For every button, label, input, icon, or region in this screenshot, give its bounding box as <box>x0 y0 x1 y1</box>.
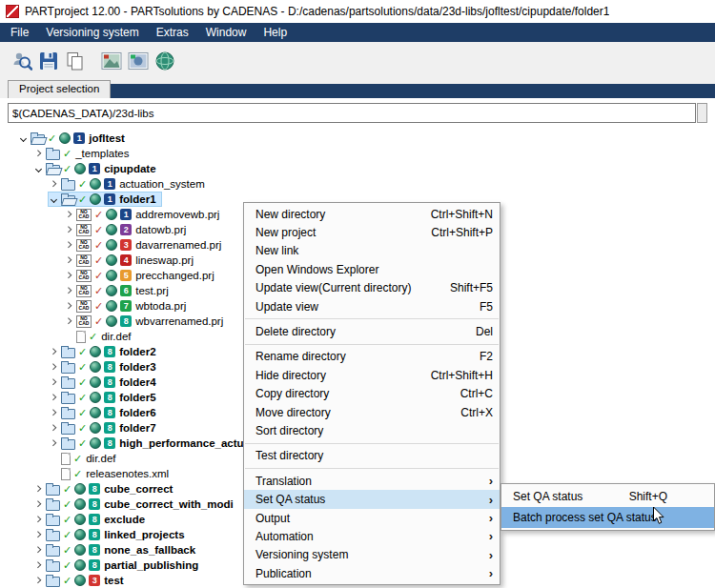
qa-status-badge: 5 <box>120 270 132 281</box>
expand-arrow-icon[interactable] <box>64 240 74 251</box>
path-input[interactable] <box>8 103 696 123</box>
expand-arrow-icon[interactable] <box>33 545 44 556</box>
expand-arrow-icon[interactable] <box>64 286 74 296</box>
tree-row-releasenotes-xml[interactable]: ✓releasenotes.xml <box>48 466 174 481</box>
tree-row-cipupdate[interactable]: ✓1cipupdate <box>32 161 162 176</box>
globe-icon <box>106 209 117 220</box>
expand-arrow-icon[interactable] <box>33 530 44 540</box>
qa-status-badge: 1 <box>104 193 115 205</box>
context-menu-item-new-project[interactable]: New projectCtrl+Shift+P <box>244 223 500 241</box>
expand-arrow-icon[interactable] <box>33 560 44 571</box>
expand-arrow-icon[interactable] <box>64 225 74 235</box>
menubar-item-extras[interactable]: Extras <box>148 23 197 42</box>
expand-arrow-icon[interactable] <box>49 362 59 373</box>
project-thumbnail-icon[interactable] <box>101 51 122 71</box>
menubar-item-versioning-system[interactable]: Versioning system <box>37 23 147 42</box>
expand-arrow-icon[interactable] <box>33 149 44 159</box>
context-menu-item-delete-directory[interactable]: Delete directoryDel <box>244 322 500 340</box>
expand-arrow-icon[interactable] <box>49 179 59 190</box>
context-menu-item-sort-directory[interactable]: Sort directory <box>244 421 500 439</box>
expand-arrow-icon[interactable] <box>33 484 44 495</box>
expand-arrow-icon[interactable] <box>33 576 44 586</box>
expand-arrow-icon[interactable] <box>49 438 59 449</box>
expand-arrow-icon[interactable] <box>49 408 59 418</box>
tree-row-partial-publishing[interactable]: ✓8partial_publishing <box>32 558 204 573</box>
project-search-icon[interactable] <box>11 51 32 71</box>
tree-row-folder3[interactable]: ✓8folder3 <box>48 359 162 375</box>
tree-row-none-as-fallback[interactable]: ✓8none_as_fallback <box>32 542 201 558</box>
expand-arrow-icon[interactable] <box>33 499 44 510</box>
context-menu-item-test-directory[interactable]: Test directory <box>244 447 500 465</box>
tree-row-templates[interactable]: ✓_templates <box>32 146 134 161</box>
expand-arrow-icon[interactable] <box>64 316 74 327</box>
tree-row-precchanged-prj[interactable]: NOCAD✓5precchanged.prj <box>63 268 220 283</box>
context-menu-item-open-windows-explorer[interactable]: Open Windows Explorer <box>244 260 500 278</box>
tree-row-test[interactable]: ✓3test <box>32 573 130 588</box>
tree-row-addremovewb-prj[interactable]: NOCAD✓1addremovewb.prj <box>63 207 225 222</box>
expand-arrow-icon[interactable] <box>49 377 59 388</box>
context-menu-item-rename-directory[interactable]: Rename directoryF2 <box>244 348 500 366</box>
path-expand-button[interactable] <box>697 103 707 123</box>
tree-row-folder5[interactable]: ✓8folder5 <box>48 390 162 405</box>
tree-row-exclude[interactable]: ✓8exclude <box>32 512 151 527</box>
context-menu-item-move-directory[interactable]: Move directoryCtrl+X <box>244 403 500 421</box>
menubar-item-file[interactable]: File <box>2 23 37 42</box>
tree-row-davarrenamed-prj[interactable]: NOCAD✓3davarrenamed.prj <box>63 237 227 253</box>
expand-arrow-icon[interactable] <box>64 301 74 312</box>
tree-row-actuation-system[interactable]: ✓1actuation_system <box>48 176 211 192</box>
tree-row-dir-def[interactable]: ✓dir.def <box>63 329 137 344</box>
context-menu-item-versioning-system[interactable]: Versioning system› <box>244 546 500 564</box>
tree-row-folder2[interactable]: ✓8folder2 <box>48 344 162 359</box>
globe-toolbar-icon[interactable] <box>154 51 175 71</box>
tree-row-wbtoda-prj[interactable]: NOCAD✓7wbtoda.prj <box>63 298 192 314</box>
submenu-item-set-qa-status[interactable]: Set QA statusShift+Q <box>501 486 714 507</box>
tree-row-folder1[interactable]: ✓1folder1 <box>48 192 162 207</box>
tab-project-selection[interactable]: Project selection <box>8 80 111 98</box>
tree-row-cube-correct-with-modi[interactable]: ✓8cube_correct_with_modi <box>32 497 239 512</box>
submenu-item-batch-process-set-qa-status[interactable]: Batch process set QA status <box>501 507 714 528</box>
expand-arrow-icon[interactable] <box>64 255 74 266</box>
tree-row-folder6[interactable]: ✓8folder6 <box>48 405 162 420</box>
tree-row-cube-correct[interactable]: ✓8cube_correct <box>32 481 178 497</box>
expand-arrow-icon[interactable] <box>64 210 74 220</box>
tree-row-lineswap-prj[interactable]: NOCAD✓4lineswap.prj <box>63 253 199 268</box>
tree-row-high-performance-actu[interactable]: ✓8high_performance_actu <box>48 436 250 451</box>
expand-arrow-icon[interactable] <box>49 423 59 434</box>
expand-arrow-icon[interactable] <box>64 271 74 281</box>
menubar-item-help[interactable]: Help <box>255 23 296 42</box>
tree-row-test-prj[interactable]: NOCAD✓6test.prj <box>63 283 174 298</box>
context-menu-item-update-view-current-directory[interactable]: Update view(Current directory)Shift+F5 <box>244 279 500 297</box>
tree-row-jofltest[interactable]: ✓1jofltest <box>17 131 131 146</box>
folder-icon <box>61 378 75 389</box>
context-menu-item-hide-directory[interactable]: Hide directoryCtrl+Shift+H <box>244 366 500 384</box>
context-menu-item-copy-directory[interactable]: Copy directoryCtrl+C <box>244 385 500 403</box>
context-menu-item-publication[interactable]: Publication› <box>244 564 500 582</box>
globe-icon <box>90 437 101 449</box>
context-menu-item-set-qa-status[interactable]: Set QA status› <box>244 490 500 508</box>
expand-arrow-icon[interactable] <box>49 347 59 357</box>
tree-row-folder4[interactable]: ✓8folder4 <box>48 375 162 390</box>
context-menu-item-new-link[interactable]: New link <box>244 242 500 260</box>
copy-icon[interactable] <box>65 51 86 71</box>
expand-arrow-icon[interactable] <box>49 393 59 403</box>
context-menu-item-new-directory[interactable]: New directoryCtrl+Shift+N <box>244 205 500 223</box>
context-menu-item-translation[interactable]: Translation› <box>244 472 500 490</box>
tree-row-wbvarrenamed-prj[interactable]: NOCAD✓8wbvarrenamed.prj <box>63 314 229 329</box>
context-menu-item-output[interactable]: Output› <box>244 509 500 527</box>
menu-item-label: Batch process set QA status <box>513 511 657 524</box>
expand-arrow-icon[interactable] <box>33 515 44 525</box>
context-menu-item-update-view[interactable]: Update viewF5 <box>244 297 500 315</box>
status-check-icon: ✓ <box>94 255 103 266</box>
tree-row-dir-def[interactable]: ✓dir.def <box>48 451 122 466</box>
save-icon[interactable] <box>38 51 59 71</box>
context-menu-item-automation[interactable]: Automation› <box>244 527 500 545</box>
collapse-arrow-icon[interactable] <box>33 164 44 174</box>
collapse-arrow-icon[interactable] <box>49 194 59 205</box>
tree-row-datowb-prj[interactable]: NOCAD✓2datowb.prj <box>63 222 192 237</box>
tree-row-linked-projects[interactable]: ✓8linked_projects <box>32 527 191 542</box>
tree-row-folder7[interactable]: ✓8folder7 <box>48 420 162 436</box>
menubar-item-window[interactable]: Window <box>197 23 255 42</box>
tree-item-label: cipupdate <box>104 163 155 174</box>
project-edit-icon[interactable] <box>128 51 149 71</box>
collapse-arrow-icon[interactable] <box>18 133 29 144</box>
